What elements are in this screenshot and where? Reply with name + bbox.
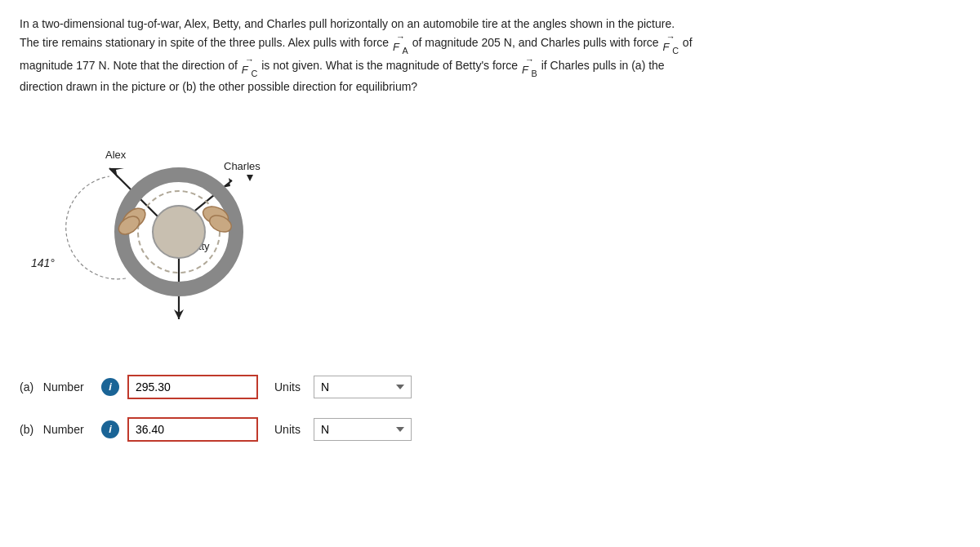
part-b-label: (b) Number: [20, 423, 93, 436]
line2-part3: of: [683, 37, 693, 50]
part-a-label: (a) Number: [20, 380, 93, 394]
info-button-a[interactable]: i: [101, 378, 119, 396]
line3-part2: is not given. What is the magnitude of B…: [261, 59, 518, 72]
svg-marker-1: [109, 168, 124, 178]
tire-svg: Alex Charles Betty: [60, 119, 297, 348]
units-label-a: Units: [274, 380, 301, 394]
alex-label: Alex: [105, 149, 127, 161]
units-label-b: Units: [274, 423, 301, 436]
problem-line4: direction drawn in the picture or (b) th…: [20, 78, 918, 96]
units-select-wrapper-a: N kN lbf: [314, 376, 412, 398]
info-button-b[interactable]: i: [101, 420, 119, 438]
problem-line2: The tire remains stationary in spite of …: [20, 33, 918, 55]
answer-row-b: (b) Number i Units N kN lbf: [20, 417, 960, 442]
line2-part2: of magnitude 205 N, and Charles pulls wi…: [412, 37, 659, 50]
fc2-vector: → F C: [242, 56, 257, 78]
charles-label: Charles: [224, 160, 261, 172]
problem-line3: magnitude 177 N. Note that the direction…: [20, 56, 918, 78]
tire-diagram: Alex Charles Betty: [60, 119, 297, 350]
line2-part1: The tire remains stationary in spite of …: [20, 37, 389, 50]
problem-text: In a two-dimensional tug-of-war, Alex, B…: [20, 15, 918, 96]
problem-line1: In a two-dimensional tug-of-war, Alex, B…: [20, 15, 918, 33]
units-select-b[interactable]: N kN lbf: [314, 418, 412, 441]
fb-vector: → F B: [522, 56, 537, 78]
number-input-a[interactable]: [127, 375, 258, 399]
line3-part1: magnitude 177 N. Note that the direction…: [20, 59, 238, 72]
fc-vector: → F C: [663, 33, 679, 55]
units-select-a[interactable]: N kN lbf: [314, 376, 412, 398]
units-select-wrapper-b: N kN lbf: [314, 418, 412, 441]
answers-section: (a) Number i Units N kN lbf (b) Number i…: [20, 375, 960, 442]
answer-row-a: (a) Number i Units N kN lbf: [20, 375, 960, 399]
svg-marker-4: [247, 175, 253, 181]
line3-part3: if Charles pulls in (a) the: [541, 59, 665, 72]
svg-point-8: [153, 206, 205, 258]
number-input-b[interactable]: [127, 417, 258, 442]
diagram-area: 141° Alex Charles Betty: [20, 111, 960, 350]
fa-vector: → F A: [393, 33, 408, 55]
angle-label: 141°: [31, 256, 55, 269]
